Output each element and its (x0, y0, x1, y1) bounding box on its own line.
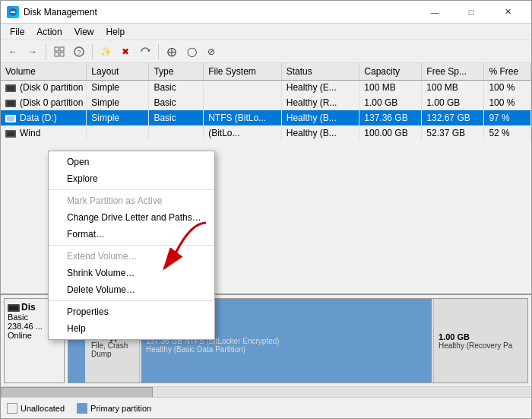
cell-freesp: 52.37 GB (422, 125, 484, 141)
svg-rect-2 (55, 47, 59, 51)
col-header-filesystem[interactable]: File System (204, 63, 282, 80)
col-header-volume[interactable]: Volume (1, 63, 87, 80)
legend-unalloc-label: Unallocated (21, 404, 65, 413)
ctx-item-open[interactable]: Open (49, 154, 214, 170)
ctx-separator (49, 245, 214, 246)
ctx-item-explore[interactable]: Explore (49, 170, 214, 187)
table-row[interactable]: Data (D:)SimpleBasicNTFS (BitLo...Health… (1, 110, 531, 125)
col-header-capacity[interactable]: Capacity (359, 63, 422, 80)
ctx-item-shrink-volume-[interactable]: Shrink Volume… (49, 265, 214, 281)
cell-filesystem (204, 95, 282, 110)
svg-text:?: ? (77, 49, 81, 56)
col-header-type[interactable]: Type (149, 63, 204, 80)
cell-layout: Simple (87, 110, 149, 125)
col-header-layout[interactable]: Layout (87, 63, 149, 80)
context-menu: OpenExploreMark Partition as ActiveChang… (48, 151, 215, 340)
svg-marker-8 (147, 49, 150, 52)
table-row[interactable]: Wind(BitLo...Healthy (B...100.00 GB52.37… (1, 125, 531, 141)
col-header-pctfree[interactable]: % Free (484, 63, 531, 80)
cell-pctfree: 52 % (484, 125, 531, 141)
cell-layout: Simple (87, 95, 149, 110)
main-content: Volume Layout Type File System Status Ca… (1, 63, 531, 418)
disk-scrollbar[interactable] (1, 386, 531, 397)
cell-pctfree: 100 % (484, 80, 531, 95)
svg-rect-14 (7, 116, 14, 121)
cell-layout: Simple (87, 80, 149, 95)
ctx-item-extend-volume-[interactable]: Extend Volume… (49, 248, 214, 265)
window-controls: — □ ✕ (417, 1, 525, 24)
legend-primary: Primary partition (77, 403, 151, 414)
back-button[interactable]: ← (4, 43, 22, 61)
cell-filesystem: (BitLo... (204, 125, 282, 141)
svg-rect-10 (7, 86, 14, 90)
partition-data-status: Healthy (Basic Data Partition) (146, 345, 427, 354)
cell-status: Healthy (R... (281, 95, 359, 110)
cell-status: Healthy (B... (281, 110, 359, 125)
ctx-item-mark-partition-as-active[interactable]: Mark Partition as Active (49, 192, 214, 209)
ctx-item-change-drive-letter-and-paths-[interactable]: Change Drive Letter and Paths… (49, 209, 214, 226)
cell-freesp: 132.67 GB (422, 110, 484, 125)
table-row[interactable]: (Disk 0 partition 5)SimpleBasicHealthy (… (1, 95, 531, 110)
col-header-freesp[interactable]: Free Sp... (422, 63, 484, 80)
ctx-item-format-[interactable]: Format… (49, 226, 214, 243)
app-icon (7, 6, 19, 18)
ctx-item-delete-volume-[interactable]: Delete Volume… (49, 281, 214, 298)
toolbar: ← → ? ✨ ✖ ⨁ ◯ ⊘ (1, 40, 531, 63)
svg-rect-3 (60, 47, 64, 51)
cell-freesp: 1.00 GB (422, 95, 484, 110)
delete-button[interactable]: ✖ (116, 43, 135, 61)
cell-volume: (Disk 0 partition 5) (1, 95, 87, 110)
svg-rect-16 (7, 132, 14, 136)
volume-table: Volume Layout Type File System Status Ca… (1, 63, 531, 141)
partition-recovery-size: 1.00 GB (439, 332, 523, 341)
tool-circle[interactable]: ◯ (182, 43, 201, 61)
tool-star[interactable]: ✨ (97, 43, 115, 61)
svg-rect-12 (7, 101, 14, 106)
cell-capacity: 137.36 GB (359, 110, 422, 125)
legend-bar: Unallocated Primary partition (1, 397, 531, 418)
minimize-button[interactable]: — (417, 1, 452, 24)
cell-pctfree: 100 % (484, 95, 531, 110)
partition-locker-info: File, Crash Dump (91, 341, 135, 358)
close-button[interactable]: ✕ (490, 1, 525, 24)
cell-volume: (Disk 0 partition 1) (1, 80, 87, 95)
maximize-button[interactable]: □ (454, 1, 489, 24)
table-row[interactable]: (Disk 0 partition 1)SimpleBasicHealthy (… (1, 80, 531, 95)
menu-action[interactable]: Action (30, 25, 68, 39)
ctx-separator (49, 300, 214, 301)
partition-recovery[interactable]: 1.00 GB Healthy (Recovery Pa (433, 299, 527, 382)
cell-status: Healthy (E... (281, 80, 359, 95)
svg-rect-18 (9, 306, 18, 310)
tool-add[interactable]: ⨁ (163, 43, 181, 61)
forward-button[interactable]: → (24, 43, 42, 61)
cell-capacity: 1.00 GB (359, 95, 422, 110)
menu-bar: File Action View Help (1, 24, 531, 40)
cell-volume: Wind (1, 125, 87, 141)
ctx-separator (49, 189, 214, 190)
svg-rect-1 (11, 11, 15, 13)
tool-cross[interactable]: ⊘ (202, 43, 220, 61)
cell-capacity: 100.00 GB (359, 125, 422, 141)
cell-volume: Data (D:) (1, 110, 87, 125)
col-header-status[interactable]: Status (281, 63, 359, 80)
legend-primary-box (77, 403, 87, 414)
menu-help[interactable]: Help (100, 25, 131, 39)
tool-grid[interactable] (50, 43, 68, 61)
menu-file[interactable]: File (4, 25, 30, 39)
menu-view[interactable]: View (68, 25, 100, 39)
cell-filesystem (204, 80, 282, 95)
partition-recovery-info: Healthy (Recovery Pa (439, 341, 523, 350)
cell-layout (87, 125, 149, 141)
help-button[interactable]: ? (70, 43, 88, 61)
cell-filesystem: NTFS (BitLo... (204, 110, 282, 125)
ctx-item-help[interactable]: Help (49, 320, 214, 337)
cell-status: Healthy (B... (281, 125, 359, 141)
cell-type (149, 125, 204, 141)
svg-rect-5 (60, 52, 64, 56)
cell-type: Basic (149, 110, 204, 125)
refresh-button[interactable] (136, 43, 154, 61)
cell-capacity: 100 MB (359, 80, 422, 95)
legend-primary-label: Primary partition (90, 404, 151, 413)
disk-management-window: Disk Management — □ ✕ File Action View H… (0, 0, 532, 419)
ctx-item-properties[interactable]: Properties (49, 303, 214, 320)
